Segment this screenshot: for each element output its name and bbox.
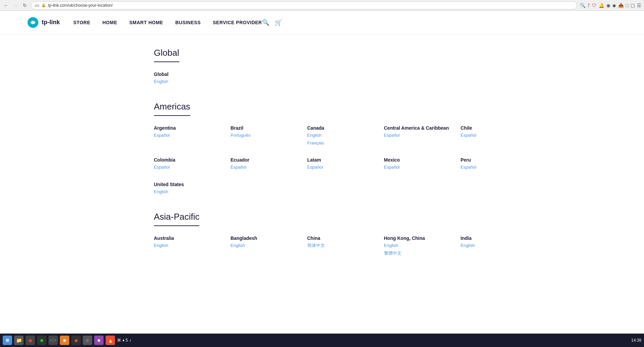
country-argentina: Argentina Español — [154, 125, 224, 147]
country-name-australia: Australia — [154, 235, 224, 241]
main-nav: STORE HOME SMART HOME BUSINESS SERVICE P… — [73, 20, 262, 25]
country-lang-mexico-es[interactable]: Español — [384, 164, 454, 171]
forward-button[interactable]: → — [12, 2, 19, 9]
country-lang-brazil-pt[interactable]: Português — [231, 132, 301, 139]
country-name-peru: Peru — [461, 157, 531, 163]
browser-icons-right: 🔍 ⤴ 🛡 🔔 ◉ ◆ 📤 □ ▢ ☰ — [580, 3, 641, 8]
logo[interactable]: tp-link — [27, 16, 60, 29]
country-peru: Peru Español — [461, 157, 531, 171]
country-latam: Latam Español — [307, 157, 377, 171]
country-ecuador: Ecuador Español — [231, 157, 301, 171]
country-lang-canada-fr[interactable]: Français — [307, 140, 377, 147]
country-colombia: Colombia Español — [154, 157, 224, 171]
country-lang-canada-en[interactable]: English — [307, 132, 377, 139]
country-name-global: Global — [154, 72, 224, 77]
nav-service-provider[interactable]: SERVICE PROVIDER — [213, 20, 262, 25]
cart-icon[interactable]: 🛒 — [275, 19, 282, 26]
country-lang-hong-kong-zh[interactable]: 繁體中文 — [384, 250, 454, 257]
country-central-america: Central America & Caribbean Español — [384, 125, 454, 147]
zoom-icon[interactable]: 🔍 — [580, 3, 585, 8]
country-chile: Chile Español — [461, 125, 531, 147]
country-lang-latam-es[interactable]: Español — [307, 164, 377, 171]
asia-pacific-section-title: Asia-Pacific — [154, 212, 200, 226]
ext3-icon[interactable]: 📤 — [618, 3, 624, 8]
nav-home[interactable]: HOME — [102, 20, 117, 25]
asia-pacific-section: Asia-Pacific Australia English Banglades… — [154, 212, 531, 257]
menu-icon[interactable]: ☰ — [637, 3, 641, 8]
address-bar[interactable]: 📖 🔒 tp-link.com/uk/choose-your-location/ — [31, 1, 577, 9]
country-name-mexico: Mexico — [384, 157, 454, 163]
country-name-chile: Chile — [461, 125, 531, 131]
search-icon[interactable]: 🔍 — [262, 19, 269, 26]
svg-point-1 — [32, 21, 34, 24]
main-content: Global Global English Americas Argentina… — [87, 34, 558, 300]
country-name-canada: Canada — [307, 125, 377, 131]
global-section: Global Global English — [154, 48, 531, 85]
country-mexico: Mexico Español — [384, 157, 454, 171]
country-name-central-america: Central America & Caribbean — [384, 125, 454, 131]
country-lang-ecuador-es[interactable]: Español — [231, 164, 301, 171]
country-lang-hong-kong-en[interactable]: English — [384, 242, 454, 249]
country-lang-us-en[interactable]: English — [154, 188, 224, 196]
nav-store[interactable]: STORE — [73, 20, 90, 25]
ext2-icon[interactable]: ◆ — [612, 3, 616, 8]
country-name-china: China — [307, 235, 377, 241]
country-lang-central-america-es[interactable]: Español — [384, 132, 454, 139]
asia-pacific-countries-grid: Australia English Bangladesh English Chi… — [154, 235, 531, 257]
country-bangladesh: Bangladesh English — [231, 235, 301, 257]
nav-menu: STORE HOME SMART HOME BUSINESS SERVICE P… — [73, 20, 262, 25]
americas-section-title: Americas — [154, 101, 190, 116]
tabs-icon[interactable]: ▢ — [631, 3, 635, 8]
country-lang-bangladesh-en[interactable]: English — [231, 242, 301, 249]
reload-button[interactable]: ↻ — [22, 2, 28, 9]
country-name-brazil: Brazil — [231, 125, 301, 131]
country-name-us: United States — [154, 182, 224, 187]
country-us: United States English — [154, 182, 224, 196]
country-lang-chile-es[interactable]: Español — [461, 132, 531, 139]
country-lang-australia-en[interactable]: English — [154, 242, 224, 249]
url-text: tp-link.com/uk/choose-your-location/ — [48, 3, 113, 8]
logo-text: tp-link — [42, 19, 60, 26]
country-lang-colombia-es[interactable]: Español — [154, 164, 224, 171]
ext1-icon[interactable]: ◉ — [606, 3, 610, 8]
country-name-argentina: Argentina — [154, 125, 224, 131]
country-brazil: Brazil Português — [231, 125, 301, 147]
country-global: Global English — [154, 72, 224, 85]
country-lang-peru-es[interactable]: Español — [461, 164, 531, 171]
country-lang-global-en[interactable]: English — [154, 78, 224, 85]
country-name-latam: Latam — [307, 157, 377, 163]
site-header: tp-link STORE HOME SMART HOME BUSINESS S… — [0, 11, 644, 34]
back-button[interactable]: ← — [3, 2, 9, 9]
country-canada: Canada English Français — [307, 125, 377, 147]
americas-section: Americas Argentina Español Brazil Portug… — [154, 101, 531, 196]
global-countries-grid: Global English — [154, 72, 531, 85]
country-hong-kong: Hong Kong, China English 繁體中文 — [384, 235, 454, 257]
logo-icon — [27, 16, 39, 29]
share-icon[interactable]: ⤴ — [588, 3, 590, 8]
country-lang-argentina-es[interactable]: Español — [154, 132, 224, 139]
browser-chrome: ← → ↻ 📖 🔒 tp-link.com/uk/choose-your-loc… — [0, 0, 644, 11]
americas-countries-grid: Argentina Español Brazil Português Canad… — [154, 125, 531, 196]
country-australia: Australia English — [154, 235, 224, 257]
country-india: India English — [461, 235, 531, 257]
country-name-ecuador: Ecuador — [231, 157, 301, 163]
nav-smart-home[interactable]: SMART HOME — [129, 20, 163, 25]
global-section-title: Global — [154, 48, 179, 62]
alert-icon[interactable]: 🔔 — [599, 3, 604, 8]
window-icon[interactable]: □ — [626, 3, 629, 8]
country-name-colombia: Colombia — [154, 157, 224, 163]
country-china: China 简体中文 — [307, 235, 377, 257]
country-name-hong-kong: Hong Kong, China — [384, 235, 454, 241]
header-actions: 🔍 🛒 — [262, 19, 282, 26]
country-lang-india-en[interactable]: English — [461, 242, 531, 249]
shield-icon[interactable]: 🛡 — [592, 3, 597, 8]
country-lang-china-zh[interactable]: 简体中文 — [307, 242, 377, 249]
country-name-bangladesh: Bangladesh — [231, 235, 301, 241]
country-name-india: India — [461, 235, 531, 241]
nav-business[interactable]: BUSINESS — [175, 20, 201, 25]
